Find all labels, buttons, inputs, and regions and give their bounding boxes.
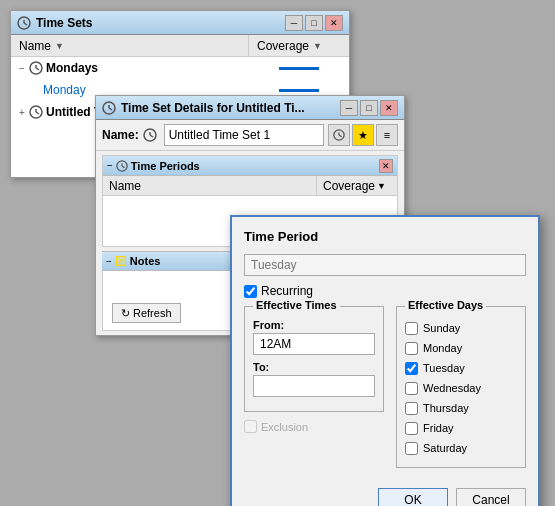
day-label-sunday: Sunday [423, 322, 460, 334]
tp-name-col: Name [103, 176, 317, 195]
to-input[interactable] [253, 375, 375, 397]
day-label-wednesday: Wednesday [423, 382, 481, 394]
day-checkbox-tuesday[interactable] [405, 362, 418, 375]
day-checkbox-thursday[interactable] [405, 402, 418, 415]
col-coverage-header: Coverage ▼ [249, 35, 349, 56]
name-label: Name: [102, 128, 139, 142]
day-label-saturday: Saturday [423, 442, 467, 454]
minimize-button[interactable]: ─ [285, 15, 303, 31]
day-checkbox-friday[interactable] [405, 422, 418, 435]
details-maximize-button[interactable]: □ [360, 100, 378, 116]
dialog-buttons: OK Cancel [244, 488, 526, 506]
refresh-label: Refresh [133, 307, 172, 319]
name-input[interactable] [164, 124, 324, 146]
sort-arrow-coverage: ▼ [313, 41, 322, 51]
list-toolbar-icon[interactable]: ≡ [376, 124, 398, 146]
timeperiod-dialog: Time Period Recurring Effective Times Fr… [230, 215, 540, 506]
timeperiods-header: − Time Periods ✕ [103, 156, 397, 176]
untitled-clock-icon [29, 105, 43, 119]
day-row-saturday: Saturday [405, 439, 517, 457]
cancel-button[interactable]: Cancel [456, 488, 526, 506]
recurring-row: Recurring [244, 284, 526, 298]
star-toolbar-icon[interactable]: ★ [352, 124, 374, 146]
tp-table-header: Name Coverage ▼ [103, 176, 397, 196]
effective-times-group: Effective Times From: To: [244, 306, 384, 412]
notes-icon [115, 255, 127, 267]
exclusion-label: Exclusion [261, 421, 308, 433]
timesets-controls: ─ □ ✕ [285, 15, 343, 31]
svg-line-14 [150, 135, 153, 137]
exclusion-checkbox[interactable] [244, 420, 257, 433]
days-container: SundayMondayTuesdayWednesdayThursdayFrid… [405, 319, 517, 457]
dialog-main-row: Effective Times From: To: Exclusion Effe… [244, 306, 526, 476]
tp-clock-icon [116, 160, 128, 172]
details-minimize-button[interactable]: ─ [340, 100, 358, 116]
from-label: From: [253, 319, 375, 331]
effective-times-section: Effective Times From: To: Exclusion [244, 306, 384, 476]
tp-minus-icon[interactable]: − [107, 160, 113, 171]
day-row-monday: Monday [405, 339, 517, 357]
mondays-coverage [249, 67, 349, 70]
svg-line-11 [109, 108, 112, 110]
name-clock-icon [143, 128, 157, 142]
expand-icon-untitled[interactable]: + [15, 107, 29, 118]
details-toolbar: Name: ★ ≡ [96, 120, 404, 151]
tp-sort-icon: ▼ [377, 181, 386, 191]
svg-line-5 [36, 68, 39, 70]
tree-row-mondays[interactable]: − Mondays [11, 57, 349, 79]
mondays-label: Mondays [46, 61, 249, 75]
timeperiods-title: Time Periods [131, 160, 379, 172]
refresh-icon: ↻ [121, 307, 130, 320]
svg-line-17 [339, 135, 342, 137]
sort-arrow: ▼ [55, 41, 64, 51]
timeperiod-name-input[interactable] [244, 254, 526, 276]
timesets-title: Time Sets [36, 16, 285, 30]
clock-toolbar-icon[interactable] [328, 124, 350, 146]
mondays-clock-icon [29, 61, 43, 75]
svg-line-2 [24, 23, 27, 25]
day-row-sunday: Sunday [405, 319, 517, 337]
notes-minus-icon[interactable]: − [106, 256, 112, 267]
details-clock-icon [102, 101, 116, 115]
day-row-thursday: Thursday [405, 399, 517, 417]
refresh-button[interactable]: ↻ Refresh [112, 303, 181, 323]
day-label-thursday: Thursday [423, 402, 469, 414]
svg-line-8 [36, 112, 39, 114]
day-label-monday: Monday [423, 342, 462, 354]
col-name-header: Name ▼ [11, 35, 249, 56]
effective-days-section: Effective Days SundayMondayTuesdayWednes… [396, 306, 526, 476]
from-input[interactable] [253, 333, 375, 355]
day-checkbox-monday[interactable] [405, 342, 418, 355]
day-label-friday: Friday [423, 422, 454, 434]
day-row-tuesday: Tuesday [405, 359, 517, 377]
effective-days-group: Effective Days SundayMondayTuesdayWednes… [396, 306, 526, 468]
day-label-tuesday: Tuesday [423, 362, 465, 374]
recurring-checkbox[interactable] [244, 285, 257, 298]
expand-icon[interactable]: − [15, 63, 29, 74]
svg-line-20 [122, 166, 125, 168]
maximize-button[interactable]: □ [305, 15, 323, 31]
day-row-friday: Friday [405, 419, 517, 437]
to-label: To: [253, 361, 375, 373]
day-checkbox-saturday[interactable] [405, 442, 418, 455]
details-close-button[interactable]: ✕ [380, 100, 398, 116]
exclusion-row: Exclusion [244, 420, 384, 433]
details-controls: ─ □ ✕ [340, 100, 398, 116]
recurring-label: Recurring [261, 284, 313, 298]
monday-coverage [249, 89, 349, 92]
ok-button[interactable]: OK [378, 488, 448, 506]
details-title: Time Set Details for Untitled Ti... [121, 101, 340, 115]
timesets-table-header: Name ▼ Coverage ▼ [11, 35, 349, 57]
effective-times-legend: Effective Times [253, 299, 340, 311]
close-button[interactable]: ✕ [325, 15, 343, 31]
tp-coverage-col: Coverage ▼ [317, 176, 397, 195]
dialog-title: Time Period [244, 229, 526, 244]
timeperiods-close[interactable]: ✕ [379, 159, 393, 173]
clock-icon [17, 16, 31, 30]
day-checkbox-sunday[interactable] [405, 322, 418, 335]
day-checkbox-wednesday[interactable] [405, 382, 418, 395]
day-row-wednesday: Wednesday [405, 379, 517, 397]
details-titlebar: Time Set Details for Untitled Ti... ─ □ … [96, 96, 404, 120]
timesets-titlebar: Time Sets ─ □ ✕ [11, 11, 349, 35]
toolbar-icons: ★ ≡ [328, 124, 398, 146]
